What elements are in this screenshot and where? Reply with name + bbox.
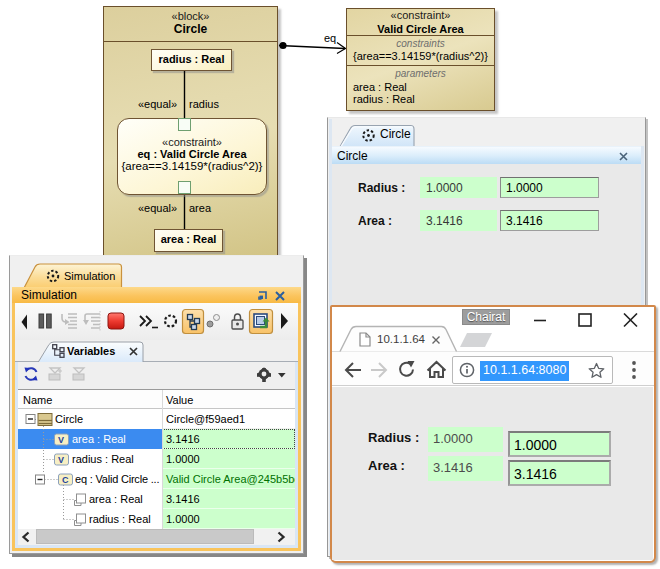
svg-text:C: C bbox=[62, 475, 69, 485]
svg-text:V: V bbox=[58, 435, 64, 445]
svg-text:V: V bbox=[58, 455, 64, 465]
svg-text:Simulation: Simulation bbox=[64, 270, 115, 282]
